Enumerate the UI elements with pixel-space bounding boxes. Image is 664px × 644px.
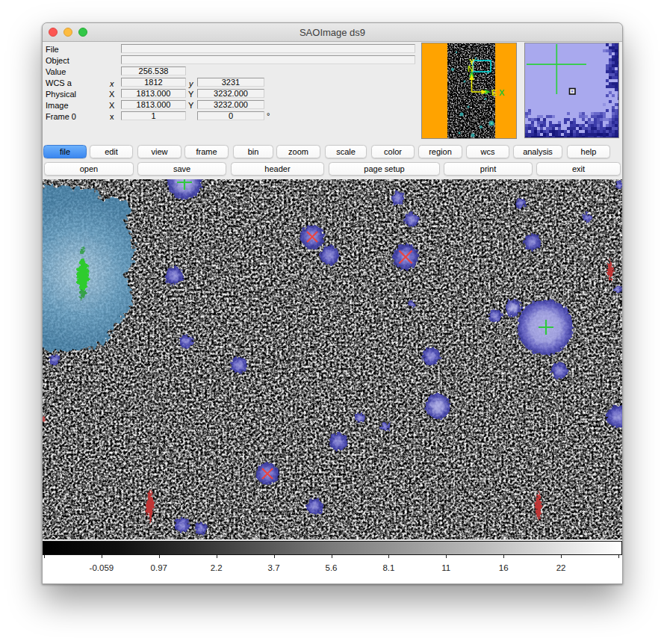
svg-text:E: E [491, 88, 497, 97]
svg-text:X: X [499, 88, 505, 97]
svg-text:N: N [468, 64, 474, 73]
